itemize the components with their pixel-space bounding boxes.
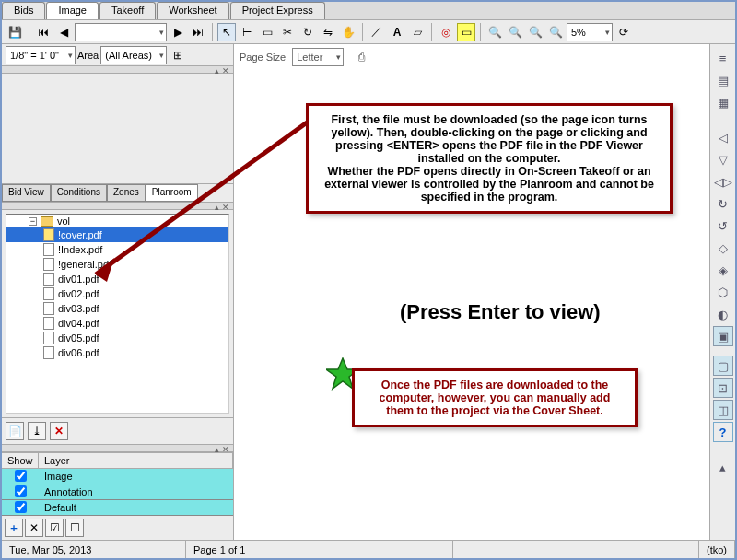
- layer-delete-icon[interactable]: ✕: [25, 519, 43, 537]
- layer-row[interactable]: Default: [2, 500, 233, 516]
- main-tabs: Bids Image Takeoff Worksheet Project Exp…: [2, 2, 735, 20]
- tree-file[interactable]: !general.pdf: [6, 257, 228, 272]
- area-tool-icon[interactable]: ⊞: [169, 46, 187, 64]
- tree-file[interactable]: div06.pdf: [6, 345, 228, 360]
- press-enter-text: (Press Enter to view): [400, 300, 601, 324]
- line-icon[interactable]: ／: [368, 23, 386, 41]
- select-area-icon[interactable]: ▭: [258, 23, 276, 41]
- file-icon: [43, 332, 54, 344]
- zoom-out-icon[interactable]: 🔍: [526, 23, 544, 41]
- rt-rotate-cw-icon[interactable]: ↻: [713, 193, 733, 214]
- layer-add-icon[interactable]: ＋: [5, 519, 23, 537]
- delete-icon[interactable]: ✕: [50, 422, 68, 440]
- callout-download: First, the file must be downloaded (so t…: [306, 103, 673, 214]
- crop-icon[interactable]: ✂: [278, 23, 297, 41]
- dimension-icon[interactable]: ⊢: [238, 23, 256, 41]
- layer-checkall-icon[interactable]: ☑: [45, 519, 64, 537]
- file-tree[interactable]: − vol !cover.pdf!Index.pdf!general.pdfdi…: [6, 214, 229, 414]
- rt-view1-icon[interactable]: ▣: [713, 326, 733, 346]
- refresh-icon[interactable]: ⟳: [614, 23, 633, 41]
- zoom-window-icon[interactable]: 🔍: [546, 23, 565, 41]
- tree-file[interactable]: div03.pdf: [6, 301, 228, 316]
- tree-collapse-icon[interactable]: ▴ ✕: [2, 203, 233, 210]
- rotate-icon[interactable]: ↻: [298, 23, 317, 41]
- area-combo[interactable]: (All Areas): [100, 46, 167, 64]
- rt-view3-icon[interactable]: ⊡: [713, 378, 733, 398]
- canvas-area[interactable]: Page Size Letter ⎙ First, the file must …: [234, 44, 709, 540]
- layer-uncheckall-icon[interactable]: ☐: [65, 519, 84, 537]
- preview-collapse-icon[interactable]: ▴ ✕: [2, 66, 233, 74]
- layers-panel: Show Layer ImageAnnotationDefault ＋ ✕ ☑ …: [2, 452, 233, 540]
- zoom-fit-icon[interactable]: 🔍: [485, 23, 504, 41]
- side-tab-conditions[interactable]: Conditions: [51, 184, 107, 202]
- highlight-icon[interactable]: ▭: [457, 23, 475, 41]
- preview-area: [2, 74, 233, 184]
- file-icon: [43, 228, 54, 241]
- right-toolbar: ≡ ▤ ▦ ◁ ▽ ◁▷ ↻ ↺ ◇ ◈ ⬡ ◐ ▣ ▢ ⊡ ◫ ? ▴: [709, 44, 735, 540]
- cursor-icon[interactable]: ↖: [217, 23, 236, 41]
- tree-file[interactable]: div01.pdf: [6, 272, 228, 286]
- rt-flip-v-icon[interactable]: ▽: [713, 149, 733, 169]
- rt-shape3-icon[interactable]: ⬡: [713, 282, 733, 302]
- file-label: div03.pdf: [58, 303, 99, 314]
- rt-flip-h-icon[interactable]: ◁: [713, 127, 733, 147]
- rt-shape2-icon[interactable]: ◈: [713, 260, 733, 280]
- target-icon[interactable]: ◎: [437, 23, 455, 41]
- eraser-icon[interactable]: ▱: [408, 23, 427, 41]
- nav-prev-icon[interactable]: ◀: [54, 23, 73, 41]
- rt-rotate-ccw-icon[interactable]: ↺: [713, 216, 733, 236]
- tab-bids[interactable]: Bids: [2, 2, 45, 19]
- rt-view2-icon[interactable]: ▢: [713, 356, 733, 376]
- save-icon[interactable]: 💾: [6, 23, 24, 41]
- side-panel: 1/8" = 1' 0" Area (All Areas) ⊞ ▴ ✕ Bid …: [2, 44, 234, 540]
- side-tab-planroom[interactable]: Planroom: [146, 184, 198, 202]
- side-tab-bidview[interactable]: Bid View: [2, 184, 51, 202]
- tab-worksheet[interactable]: Worksheet: [157, 2, 228, 19]
- tab-takeoff[interactable]: Takeoff: [99, 2, 156, 19]
- rt-shape1-icon[interactable]: ◇: [713, 238, 733, 258]
- layer-checkbox[interactable]: [2, 485, 39, 499]
- page-size-combo[interactable]: Letter: [292, 48, 344, 66]
- nav-next-icon[interactable]: ▶: [169, 23, 187, 41]
- layer-row[interactable]: Annotation: [2, 484, 233, 500]
- flip-icon[interactable]: ⇋: [319, 23, 337, 41]
- rt-help-icon[interactable]: ?: [713, 422, 733, 442]
- rt-scroll-up-icon[interactable]: ▴: [713, 457, 733, 477]
- layer-row[interactable]: Image: [2, 469, 233, 484]
- status-user: (tko): [699, 541, 735, 558]
- rt-grid-icon[interactable]: ▦: [713, 92, 733, 112]
- add-page-icon[interactable]: 📄: [6, 422, 24, 440]
- download-icon[interactable]: ⤓: [28, 422, 46, 440]
- layers-collapse-icon[interactable]: ▴ ✕: [2, 445, 233, 452]
- tree-file[interactable]: !cover.pdf: [6, 228, 228, 242]
- pan-icon[interactable]: ✋: [339, 23, 357, 41]
- tree-file[interactable]: !Index.pdf: [6, 242, 228, 257]
- nav-first-icon[interactable]: ⏮: [34, 23, 53, 41]
- layer-name: Image: [39, 469, 233, 484]
- tree-folder[interactable]: − vol: [6, 215, 228, 228]
- tree-file[interactable]: div04.pdf: [6, 316, 228, 331]
- tab-image[interactable]: Image: [46, 2, 99, 19]
- print-icon[interactable]: ⎙: [352, 48, 370, 66]
- rt-layers-icon[interactable]: ≡: [713, 48, 733, 68]
- zoom-combo[interactable]: 5%: [567, 23, 613, 41]
- tree-file[interactable]: div05.pdf: [6, 331, 228, 345]
- rt-view4-icon[interactable]: ◫: [713, 400, 733, 420]
- collapse-icon[interactable]: −: [29, 217, 37, 226]
- nav-last-icon[interactable]: ⏭: [189, 23, 207, 41]
- rt-contrast-icon[interactable]: ◐: [713, 304, 733, 324]
- page-combo[interactable]: [75, 23, 167, 41]
- rt-stack-icon[interactable]: ▤: [713, 70, 733, 90]
- callout-coversheet: Once the PDF files are downloaded to the…: [352, 368, 638, 427]
- text-icon[interactable]: A: [388, 23, 406, 41]
- rt-mirror-icon[interactable]: ◁▷: [713, 171, 733, 192]
- side-tab-zones[interactable]: Zones: [107, 184, 146, 202]
- file-icon: [43, 258, 54, 271]
- tab-project-express[interactable]: Project Express: [230, 2, 325, 19]
- scale-combo[interactable]: 1/8" = 1' 0": [6, 46, 76, 64]
- layer-checkbox[interactable]: [2, 470, 39, 484]
- layer-checkbox[interactable]: [2, 501, 39, 515]
- tree-file[interactable]: div02.pdf: [6, 286, 228, 301]
- folder-label: vol: [57, 216, 70, 227]
- zoom-in-icon[interactable]: 🔍: [506, 23, 524, 41]
